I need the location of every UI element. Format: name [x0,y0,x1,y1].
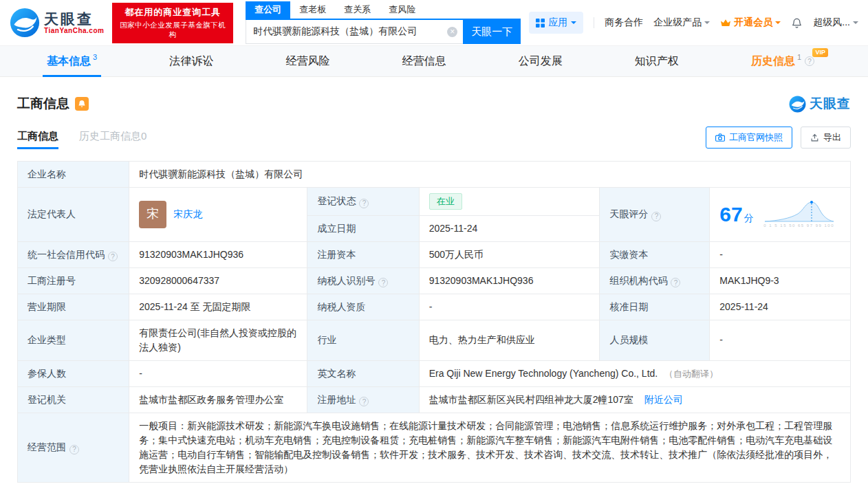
search-tab-relation[interactable]: 查关系 [335,1,380,19]
staff-size-value: - [710,320,851,360]
reg-status-value: 在业 [419,188,600,216]
subtab-history-business-info[interactable]: 历史工商信息0 [79,130,147,149]
tianyancha-logo[interactable]: 天眼查 TianYanCha.com [10,8,104,38]
search-button[interactable]: 天眼一下 [463,19,521,44]
search-tabs: 查公司 查老板 查关系 查风险 [246,1,521,20]
topbar: 天眼查 TianYanCha.com 都在用的商业查询工具 国家中小企业发展子基… [0,0,868,45]
nav-open-vip[interactable]: 开通会员 [720,17,781,29]
help-icon[interactable] [671,278,680,287]
nav-super-risk[interactable]: 超级风... [813,17,858,29]
vip-badge: VIP [812,48,828,57]
enterprise-products-label: 企业级产品 [653,17,702,29]
reg-number-value: 320928000647337 [129,267,307,294]
export-label: 导出 [823,131,841,144]
monitor-alarm-icon[interactable] [75,97,89,111]
company-type-value: 有限责任公司(非自然人投资或控股的法人独资) [129,320,307,360]
help-icon[interactable] [359,199,369,208]
slogan-banner: 都在用的商业查询工具 国家中小企业发展子基金旗下机构 [112,3,233,43]
paid-capital-value: - [710,241,851,267]
score-axis-labels: 0 1 5 15 50 65 97 99 100 [763,223,834,229]
staff-size-label: 人员规模 [600,320,710,360]
nav-enterprise-products[interactable]: 企业级产品 [653,17,710,29]
search-box: 天眼一下 [246,20,521,44]
search-tab-boss[interactable]: 查老板 [290,1,335,19]
row-business-scope: 经营范围 一般项目：新兴能源技术研发；新能源汽车换电设施销售；在线能源计量技术研… [18,413,851,482]
reg-status-label-text: 登记状态 [317,195,356,206]
slogan-line1: 都在用的商业查询工具 [118,6,227,19]
open-vip-label: 开通会员 [734,17,772,29]
search-tab-risk[interactable]: 查风险 [380,1,424,19]
help-icon[interactable] [108,252,118,261]
legal-rep: 宋 宋庆龙 [139,201,297,228]
section-head: 工商信息 天眼查 [0,95,868,113]
export-button[interactable]: 导出 [801,127,851,149]
insured-count-label: 参保人数 [18,360,129,386]
subtab-business-info[interactable]: 工商信息 [17,130,58,149]
help-icon[interactable] [359,397,369,406]
row-credit-code: 统一社会信用代码 91320903MAK1JHQ936 注册资本 500万人民币… [18,241,851,267]
tab-operation-risk[interactable]: 经营风险 [281,46,334,76]
help-icon[interactable] [69,445,79,454]
tab-label: 公司发展 [519,54,563,69]
tab-badge: 3 [93,53,97,61]
tianyancha-watermark-text: 天眼查 [810,95,851,113]
credit-code-label-text: 统一社会信用代码 [28,249,105,260]
reg-capital-label: 注册资本 [307,241,419,267]
taxpayer-quality-label: 纳税人资质 [307,294,419,320]
divider [594,17,594,28]
reg-address-value: 盐城市盐都区新区兴民村四组神龙大厦2幢107室 附近公司 [419,386,850,413]
tab-basic-info[interactable]: 基本信息 3 [43,46,101,76]
business-scope-label-text: 经营范围 [28,441,66,452]
subtab-row: 工商信息 历史工商信息0 工商官网快照 导出 [0,127,868,153]
tab-legal-proceedings[interactable]: 法律诉讼 [165,46,217,76]
help-icon[interactable] [651,212,661,221]
tab-label: 法律诉讼 [169,54,213,69]
nav-business-cooperation[interactable]: 商务合作 [605,17,643,29]
tab-history-info[interactable]: VIP 历史信息 1 [747,46,825,76]
row-reg-authority: 登记机关 盐城市盐都区政务服务管理办公室 注册地址 盐城市盐都区新区兴民村四组神… [18,386,851,413]
camera-icon [715,133,725,142]
legal-rep-value: 宋 宋庆龙 [129,188,307,242]
credit-code-value: 91320903MAK1JHQ936 [129,241,307,267]
tianyancha-watermark: 天眼查 [789,95,851,113]
search-area: 查公司 查老板 查关系 查风险 天眼一下 [246,1,521,44]
legal-rep-name-link[interactable]: 宋庆龙 [173,207,202,221]
tab-company-development[interactable]: 公司发展 [514,46,567,76]
org-code-label: 组织机构代码 [600,267,710,294]
row-company-name: 企业名称 时代骐骥新能源科技（盐城）有限公司 [18,162,851,188]
tab-operation-info[interactable]: 经营信息 [398,46,451,76]
row-legal-rep: 法定代表人 宋 宋庆龙 登记状态 在业 天眼评分 [18,188,851,216]
tianyancha-watermark-icon [789,96,806,113]
score-value: 67分 0 1 5 15 50 65 97 99 100 [710,188,851,242]
legal-rep-avatar[interactable]: 宋 [139,201,166,228]
main-tab-bar: 基本信息 3 法律诉讼 经营风险 经营信息 公司发展 知识产权 VIP 历史信息… [0,45,868,77]
caret-down-icon [704,21,710,27]
tab-intellectual-property[interactable]: 知识产权 [631,46,683,76]
help-icon[interactable] [378,278,388,287]
nearby-companies-link[interactable]: 附近公司 [644,394,683,405]
company-name-label: 企业名称 [18,162,129,188]
notification-bell-icon[interactable] [791,17,803,29]
official-snapshot-label: 工商官网快照 [729,131,783,144]
insured-count-value: - [129,360,307,386]
taxpayer-id-label: 纳税人识别号 [307,267,419,294]
taxpayer-id-label-text: 纳税人识别号 [317,275,375,286]
official-snapshot-button[interactable]: 工商官网快照 [706,127,792,149]
apps-menu-button[interactable]: 应用 [529,12,583,34]
logo-text: 天眼查 TianYanCha.com [44,11,104,34]
business-info-table: 企业名称 时代骐骥新能源科技（盐城）有限公司 法定代表人 宋 宋庆龙 登记状态 … [17,161,851,483]
industry-label: 行业 [307,320,419,360]
reg-authority-value: 盐城市盐都区政务服务管理办公室 [129,386,307,413]
clear-search-icon[interactable] [447,27,457,37]
tab-label: 知识产权 [635,54,679,69]
reg-capital-value: 500万人民币 [419,241,600,267]
search-tab-company[interactable]: 查公司 [246,1,290,19]
top-nav: 应用 商务合作 企业级产品 开通会员 超级风... [529,12,858,34]
company-name-value: 时代骐骥新能源科技（盐城）有限公司 [129,162,851,188]
row-business-term: 营业期限 2025-11-24 至 无固定期限 纳税人资质 - 核准日期 202… [18,294,851,320]
slogan-line2: 国家中小企业发展子基金旗下机构 [118,21,227,40]
search-input[interactable] [246,26,447,37]
caret-down-icon [853,21,858,27]
business-scope-value: 一般项目：新兴能源技术研发；新能源汽车换电设施销售；在线能源计量技术研发；合同能… [129,413,851,482]
help-icon[interactable] [805,56,814,66]
